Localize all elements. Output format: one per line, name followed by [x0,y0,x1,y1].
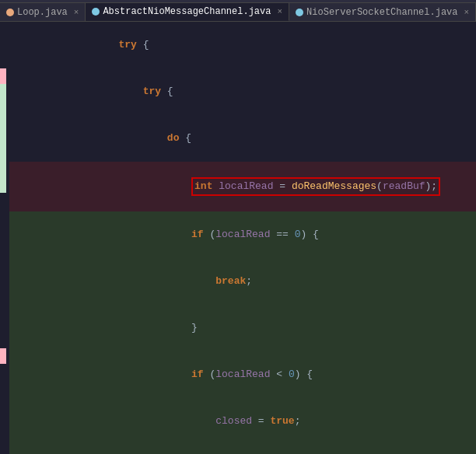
ind-19 [0,302,6,317]
ind-12 [0,193,6,208]
ind-5 [0,84,6,100]
code-line: if (localRead < 0) { [9,351,476,398]
code-line: } [9,305,476,351]
code-line: break; [9,445,476,454]
tab-label-nio: NioServerSocketChannel.java [306,7,457,18]
ind-23 [0,364,6,379]
ind-22 [0,348,6,364]
code-content[interactable]: try { try { do { [6,22,476,454]
tab-loop[interactable]: Loop.java × [0,2,86,21]
code-text: int localRead = doReadMessages(readBuf); [9,162,476,211]
ind-14 [0,224,6,239]
code-line: try { [9,22,476,68]
code-text: try { [9,22,476,68]
code-text: } [9,305,476,351]
tab-nio[interactable]: NioServerSocketChannel.java × [289,2,476,21]
tab-label-abstract: AbstractNioMessageChannel.java [103,6,271,17]
tab-icon-abstract [92,8,100,16]
code-line-localread: int localRead = doReadMessages(readBuf); [9,162,476,211]
code-line: do { [9,115,476,162]
ind-3 [0,53,6,68]
tab-icon-nio [296,9,303,16]
ind-15 [0,239,6,255]
ind-21 [0,333,6,348]
tab-icon-loop [6,9,14,16]
ind-2 [0,37,6,53]
ind-4 [0,68,6,84]
ind-24 [0,379,6,395]
ind-1 [0,22,6,37]
ind-7 [0,115,6,131]
code-text: do { [9,115,476,162]
ind-6 [0,100,6,115]
code-line: if (localRead == 0) { [9,211,476,258]
ind-17 [0,271,6,286]
ind-8 [0,131,6,146]
code-line: try { [9,68,476,115]
ind-16 [0,255,6,271]
tab-bar: Loop.java × AbstractNioMessageChannel.ja… [0,0,476,22]
tab-label-loop: Loop.java [17,7,68,18]
ind-10 [0,162,6,177]
ind-18 [0,286,6,302]
tab-abstract[interactable]: AbstractNioMessageChannel.java × [86,2,289,21]
code-area: try { try { do { [0,22,476,454]
tab-close-nio[interactable]: × [464,8,470,17]
code-line-closed: closed = true; [9,398,476,445]
code-text: if (localRead < 0) { [9,351,476,398]
ind-11 [0,177,6,193]
code-text: try { [9,68,476,115]
tab-close-loop[interactable]: × [74,8,79,17]
editor-container: Loop.java × AbstractNioMessageChannel.ja… [0,0,476,454]
code-text: closed = true; [9,398,476,445]
ind-25 [0,395,6,410]
ind-26 [0,410,6,426]
ind-9 [0,146,6,162]
ind-13 [0,208,6,224]
code-text: if (localRead == 0) { [9,211,476,258]
code-line: break; [9,258,476,305]
ind-20 [0,317,6,333]
tab-close-abstract[interactable]: × [277,7,282,16]
code-text: break; [9,258,476,305]
code-text: break; [9,445,476,454]
left-indicators [0,22,6,454]
